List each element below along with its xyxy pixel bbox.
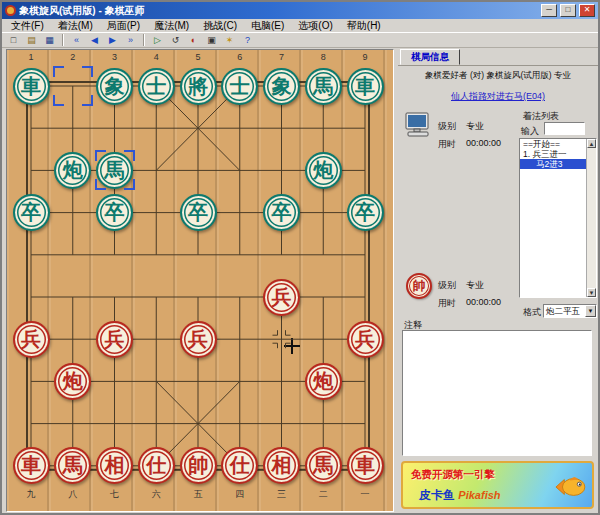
red-time-label: 用时	[438, 297, 456, 310]
last-move-button[interactable]: »	[122, 33, 139, 47]
chevron-down-icon[interactable]: ▼	[585, 305, 596, 317]
opening-link[interactable]: 仙人指路对进右马(E04)	[398, 90, 598, 103]
close-button[interactable]: ✕	[579, 4, 595, 17]
black-level-label: 级别	[438, 120, 456, 133]
prev-move-button[interactable]: ◀	[86, 33, 103, 47]
menu-bar: 文件(F)着法(M)局面(P)魔法(M)挑战(C)电脑(E)选项(O)帮助(H)	[2, 19, 598, 33]
board-piece[interactable]: 兵	[96, 321, 133, 358]
fish-icon	[550, 473, 588, 505]
black-level-value: 专业	[466, 120, 484, 133]
notes-area[interactable]	[402, 330, 592, 456]
maximize-button[interactable]: □	[560, 4, 576, 17]
menu-magic[interactable]: 魔法(M)	[147, 19, 196, 33]
board-piece[interactable]: 卒	[13, 194, 50, 231]
column-label-top: 2	[63, 52, 83, 62]
open-button[interactable]: ▤	[23, 33, 40, 47]
toolbar-separator	[62, 34, 64, 46]
format-dropdown[interactable]: 炮二平五 ▼	[543, 304, 597, 318]
board-piece[interactable]: 炮	[54, 363, 91, 400]
board-piece[interactable]: 卒	[347, 194, 384, 231]
engine-banner[interactable]: 免费开源第一引擎 皮卡鱼 Pikafish	[401, 461, 594, 509]
board-piece[interactable]: 兵	[13, 321, 50, 358]
swap-sides-button[interactable]: ◐	[185, 33, 202, 47]
banner-line2: 皮卡鱼 Pikafish	[419, 487, 501, 504]
app-icon	[5, 5, 16, 16]
banner-name-cn: 皮卡鱼	[419, 488, 455, 502]
board-piece[interactable]: 兵	[347, 321, 384, 358]
board-panel[interactable]: 123456789九八七六五四三二一車象士將士象馬車炮馬炮卒卒卒卒卒兵兵兵兵兵炮…	[6, 49, 394, 512]
board-piece[interactable]: 士	[221, 68, 258, 105]
board-piece[interactable]: 象	[96, 68, 133, 105]
format-label: 格式	[523, 306, 541, 319]
menu-file[interactable]: 文件(F)	[4, 19, 51, 33]
save-button[interactable]: ▦	[41, 33, 58, 47]
menu-moves[interactable]: 着法(M)	[51, 19, 100, 33]
new-button[interactable]: □	[5, 33, 22, 47]
board-piece[interactable]: 兵	[180, 321, 217, 358]
move-item[interactable]: 1. 兵三进一	[520, 149, 596, 159]
scroll-up-icon[interactable]: ▲	[587, 139, 596, 148]
first-move-button[interactable]: «	[68, 33, 85, 47]
board-piece[interactable]: 炮	[305, 363, 342, 400]
menu-computer[interactable]: 电脑(E)	[244, 19, 291, 33]
column-label-top: 3	[105, 52, 125, 62]
tab-game-info[interactable]: 棋局信息	[400, 49, 460, 65]
banner-line1: 免费开源第一引擎	[411, 468, 495, 482]
board-piece[interactable]: 卒	[180, 194, 217, 231]
board-piece[interactable]: 卒	[96, 194, 133, 231]
move-item[interactable]: 马2进3	[520, 159, 596, 169]
board-piece[interactable]: 炮	[305, 152, 342, 189]
board-piece[interactable]: 車	[13, 447, 50, 484]
board-piece[interactable]: 馬	[96, 152, 133, 189]
move-item[interactable]: ==开始==	[520, 139, 596, 149]
window-title: 象棋旋风(试用版) - 象棋巫师	[19, 4, 538, 18]
move-list-scrollbar[interactable]: ▲ ▼	[586, 139, 596, 297]
board-piece[interactable]: 車	[347, 68, 384, 105]
toolbar: □▤▦«◀▶»▷↺◐▣✶?	[2, 33, 598, 48]
board-piece[interactable]: 卒	[263, 194, 300, 231]
column-label-top: 8	[313, 52, 333, 62]
column-label-top: 6	[230, 52, 250, 62]
column-label-top: 7	[272, 52, 292, 62]
board-piece[interactable]: 炮	[54, 152, 91, 189]
computer-icon	[404, 112, 432, 142]
hint-button[interactable]: ✶	[221, 33, 238, 47]
minimize-button[interactable]: ─	[541, 4, 557, 17]
menu-challenge[interactable]: 挑战(C)	[196, 19, 244, 33]
board-piece[interactable]: 馬	[305, 68, 342, 105]
move-input[interactable]	[544, 122, 585, 135]
column-label-bottom: 七	[105, 488, 125, 501]
board-piece[interactable]: 馬	[305, 447, 342, 484]
column-label-top: 4	[146, 52, 166, 62]
red-level-value: 专业	[466, 279, 484, 292]
menu-position[interactable]: 局面(P)	[100, 19, 147, 33]
board-piece[interactable]: 象	[263, 68, 300, 105]
menu-options[interactable]: 选项(O)	[291, 19, 339, 33]
help-button[interactable]: ?	[239, 33, 256, 47]
move-list[interactable]: ==开始==1. 兵三进一马2进3 ▲ ▼	[519, 138, 597, 298]
title-bar: 象棋旋风(试用版) - 象棋巫师 ─ □ ✕	[2, 2, 598, 19]
computer-play-button[interactable]: ▣	[203, 33, 220, 47]
black-time-label: 用时	[438, 138, 456, 151]
flip-board-button[interactable]: ↺	[167, 33, 184, 47]
board-piece[interactable]: 兵	[263, 279, 300, 316]
board-piece[interactable]: 帥	[180, 447, 217, 484]
column-label-bottom: 三	[272, 488, 292, 501]
board-piece[interactable]: 車	[13, 68, 50, 105]
board-piece[interactable]: 士	[138, 68, 175, 105]
column-label-top: 9	[355, 52, 375, 62]
next-move-button[interactable]: ▶	[104, 33, 121, 47]
menu-help[interactable]: 帮助(H)	[340, 19, 388, 33]
column-label-top: 5	[188, 52, 208, 62]
red-king-icon: 帥	[406, 273, 432, 299]
board-piece[interactable]: 將	[180, 68, 217, 105]
move-input-label: 输入	[521, 125, 539, 138]
column-label-bottom: 一	[355, 488, 375, 501]
column-label-bottom: 八	[63, 488, 83, 501]
column-label-bottom: 四	[230, 488, 250, 501]
scroll-down-icon[interactable]: ▼	[587, 288, 596, 297]
board-piece[interactable]: 仕	[138, 447, 175, 484]
board-piece[interactable]: 車	[347, 447, 384, 484]
demo-button[interactable]: ▷	[149, 33, 166, 47]
column-label-top: 1	[21, 52, 41, 62]
